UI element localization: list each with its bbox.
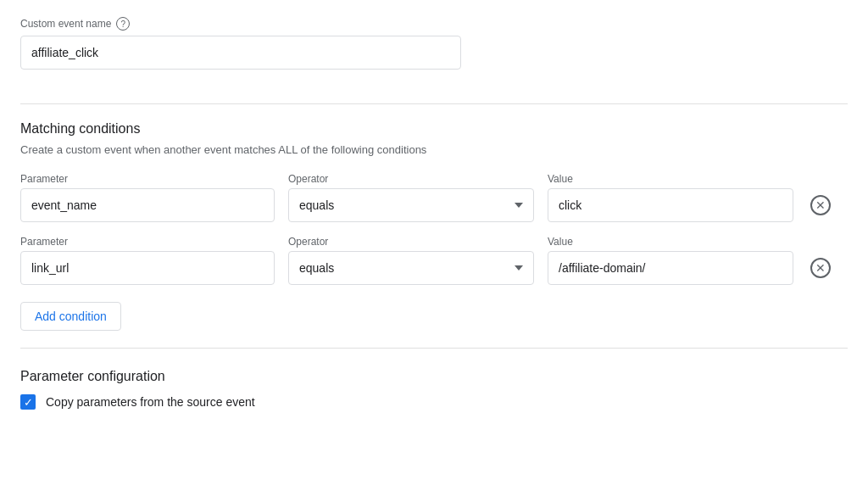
operator-label-2: Operator [288, 236, 534, 248]
add-condition-button[interactable]: Add condition [20, 302, 121, 331]
parameter-configuration-section: Parameter configuration ✓ Copy parameter… [20, 365, 848, 410]
divider-2 [20, 348, 848, 349]
copy-parameters-label: Copy parameters from the source event [46, 395, 255, 409]
help-icon[interactable]: ? [116, 17, 130, 31]
parameter-label-2: Parameter [20, 236, 275, 248]
condition-operator-field-2: Operator equals contains starts_with end… [288, 236, 534, 285]
operator-select-1[interactable]: equals contains starts_with ends_with do… [288, 188, 534, 222]
copy-parameters-checkbox[interactable]: ✓ [20, 394, 36, 410]
custom-event-section: Custom event name ? [20, 17, 848, 86]
label-text: Custom event name [20, 18, 111, 30]
value-label-2: Value [548, 236, 793, 248]
custom-event-label: Custom event name ? [20, 17, 848, 31]
condition-value-field: Value [548, 173, 793, 222]
remove-icon-1: ✕ [810, 195, 831, 215]
checkmark-icon: ✓ [24, 397, 33, 408]
parameter-input-2[interactable] [20, 251, 275, 285]
remove-icon-2: ✕ [810, 258, 831, 278]
parameter-config-title: Parameter configuration [20, 369, 848, 384]
condition-parameter-field: Parameter [20, 173, 275, 222]
condition-row-2: Parameter Operator equals contains start… [20, 236, 848, 285]
value-input-1[interactable] [548, 188, 793, 222]
operator-select-2[interactable]: equals contains starts_with ends_with do… [288, 251, 534, 285]
condition-row: Parameter Operator equals contains start… [20, 173, 848, 222]
parameter-label-1: Parameter [20, 173, 275, 185]
condition-value-field-2: Value [548, 236, 793, 285]
value-input-2[interactable] [548, 251, 793, 285]
conditions-container: Parameter Operator equals contains start… [20, 173, 848, 285]
custom-event-name-input[interactable] [20, 36, 461, 70]
remove-condition-button-2[interactable]: ✕ [807, 254, 834, 282]
matching-conditions-title: Matching conditions [20, 121, 848, 137]
matching-conditions-section: Matching conditions Create a custom even… [20, 121, 848, 331]
divider-1 [20, 103, 848, 104]
condition-parameter-field-2: Parameter [20, 236, 275, 285]
matching-conditions-description: Create a custom event when another event… [20, 143, 848, 156]
operator-label-1: Operator [288, 173, 534, 185]
remove-condition-button-1[interactable]: ✕ [807, 192, 834, 219]
value-label-1: Value [548, 173, 793, 185]
checkbox-row: ✓ Copy parameters from the source event [20, 394, 848, 410]
parameter-input-1[interactable] [20, 188, 275, 222]
condition-operator-field: Operator equals contains starts_with end… [288, 173, 534, 222]
